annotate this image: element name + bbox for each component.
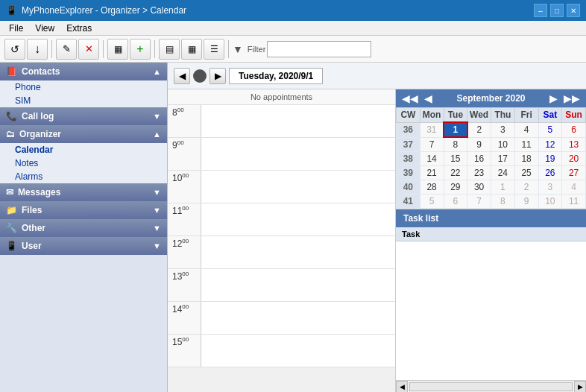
cal-day-1-2[interactable]: 9 [467,137,491,152]
cal-day-2-2[interactable]: 16 [467,152,491,166]
edit-button[interactable]: ✎ [56,39,77,60]
cal-day-5-1[interactable]: 6 [444,195,467,209]
cal-day-2-6[interactable]: 20 [562,152,586,166]
hour-body-8 [201,105,395,137]
cal-day-4-1[interactable]: 29 [444,180,467,195]
cal-day-4-3[interactable]: 1 [491,180,515,195]
cal-day-3-5[interactable]: 26 [538,166,562,180]
sidebar-item-sim[interactable]: SIM [0,94,167,107]
day-prev-button[interactable]: ◀ [174,68,190,84]
new-calendar-button[interactable]: ▦ [107,39,128,60]
cal-day-2-5[interactable]: 19 [538,152,562,166]
cal-day-3-0[interactable]: 21 [420,166,444,180]
cal-day-3-3[interactable]: 24 [491,166,515,180]
organizer-chevron: ▲ [153,130,161,139]
view2-button[interactable]: ▦ [181,39,202,60]
cal-day-1-4[interactable]: 11 [514,137,538,152]
download-button[interactable]: ↓ [27,39,48,60]
cal-day-0-6[interactable]: 6 [562,122,586,137]
main-layout: 📕 Contacts ▲ Phone SIM 📞 Call log ▼ 🗂 Or… [0,63,586,392]
cal-day-0-2[interactable]: 2 [467,122,491,137]
sidebar-section-calllog[interactable]: 📞 Call log ▼ [0,107,167,125]
sidebar-item-alarms[interactable]: Alarms [0,170,167,183]
task-table: Task [396,227,586,241]
sidebar-section-contacts[interactable]: 📕 Contacts ▲ [0,63,167,80]
cal-prev-prev[interactable]: ◀◀ [400,92,420,104]
minimize-button[interactable]: – [534,4,547,17]
cal-day-3-6[interactable]: 27 [562,166,586,180]
scroll-right-btn[interactable]: ▶ [574,381,586,393]
sidebar-section-files[interactable]: 📁 Files ▼ [0,201,167,219]
organizer-label: Organizer [19,129,61,139]
cal-next[interactable]: ▶ [548,92,559,104]
view3-button[interactable]: ☰ [204,39,224,60]
sidebar-item-notes[interactable]: Notes [0,157,167,170]
cal-day-2-4[interactable]: 18 [514,152,538,166]
cal-day-5-0[interactable]: 5 [420,195,444,209]
cal-day-2-0[interactable]: 14 [420,152,444,166]
menu-extras[interactable]: Extras [60,22,98,35]
close-button[interactable]: ✕ [567,4,580,17]
cal-day-4-2[interactable]: 30 [467,180,491,195]
cal-day-3-2[interactable]: 23 [467,166,491,180]
cal-day-3-1[interactable]: 22 [444,166,467,180]
cal-day-3-4[interactable]: 25 [514,166,538,180]
cal-day-1-5[interactable]: 12 [538,137,562,152]
cal-day-4-0[interactable]: 28 [420,180,444,195]
sidebar-section-organizer[interactable]: 🗂 Organizer ▲ [0,125,167,143]
cal-day-5-4[interactable]: 9 [514,195,538,209]
sidebar-section-user[interactable]: 📱 User ▼ [0,237,167,255]
add-button[interactable]: + [130,39,151,60]
day-today-button[interactable] [193,69,207,83]
cal-day-1-1[interactable]: 8 [444,137,467,152]
hour-label-8: 800 [168,105,201,137]
user-chevron: ▼ [153,241,161,250]
cal-day-0-4[interactable]: 4 [514,122,538,137]
cal-day-1-6[interactable]: 13 [562,137,586,152]
cal-day-1-3[interactable]: 10 [491,137,515,152]
filter-input[interactable] [267,41,371,57]
cal-day-0-3[interactable]: 3 [491,122,515,137]
cal-next-next[interactable]: ▶▶ [562,92,582,104]
hour-row-9: 900 [168,138,395,171]
day-schedule[interactable]: No appointments 800 900 1000 1100 [168,89,396,392]
cal-day-4-5[interactable]: 3 [538,180,562,195]
toolbar-separator-2 [103,40,104,58]
menu-file[interactable]: File [3,22,29,35]
hour-body-15 [201,335,395,367]
contacts-items: Phone SIM [0,80,167,107]
maximize-button[interactable]: □ [550,4,564,17]
hour-body-9 [201,138,395,170]
cal-prev[interactable]: ◀ [423,92,434,104]
hour-body-12 [201,236,395,268]
hour-row-11: 1100 [168,203,395,236]
cal-day-5-6[interactable]: 11 [562,195,586,209]
menu-view[interactable]: View [29,22,60,35]
cal-day-2-3[interactable]: 17 [491,152,515,166]
hour-row-12: 1200 [168,236,395,269]
cal-day-2-1[interactable]: 15 [444,152,467,166]
sidebar-item-calendar[interactable]: Calendar [0,143,167,157]
right-bottom-scrollbar[interactable]: ◀ ▶ [396,380,586,392]
view1-button[interactable]: ▤ [159,39,180,60]
cal-day-4-4[interactable]: 2 [514,180,538,195]
sidebar-section-messages[interactable]: ✉ Messages ▼ [0,183,167,201]
scroll-track[interactable] [409,382,573,391]
refresh-button[interactable]: ↺ [4,39,25,60]
cal-day-0-0[interactable]: 31 [420,122,444,137]
cal-day-4-6[interactable]: 4 [562,180,586,195]
organizer-items: Calendar Notes Alarms [0,143,167,183]
scroll-left-btn[interactable]: ◀ [396,381,408,393]
cal-day-1-0[interactable]: 7 [420,137,444,152]
day-next-button[interactable]: ▶ [209,68,226,84]
delete-button[interactable]: ✕ [78,39,99,60]
cal-day-5-5[interactable]: 10 [538,195,562,209]
no-appointments: No appointments [168,89,395,105]
sidebar-item-phone[interactable]: Phone [0,80,167,94]
cal-day-5-3[interactable]: 8 [491,195,515,209]
sidebar-section-other[interactable]: 🔧 Other ▼ [0,219,167,237]
cal-day-5-2[interactable]: 7 [467,195,491,209]
cal-day-0-5[interactable]: 5 [538,122,562,137]
cal-day-0-1[interactable]: 1 [444,122,467,137]
cw-38: 38 [397,152,420,166]
